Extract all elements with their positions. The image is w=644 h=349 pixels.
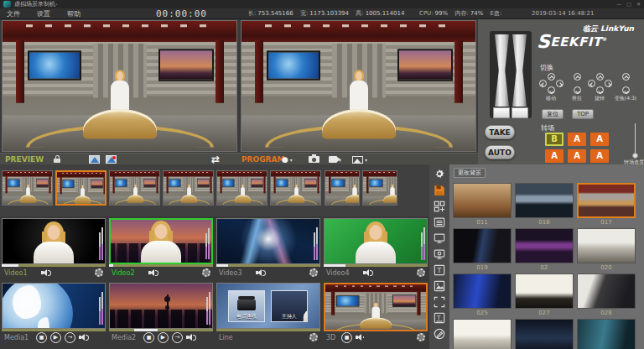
speaker-icon[interactable] xyxy=(41,269,52,277)
menu-file[interactable]: 文件 xyxy=(2,8,25,19)
menu-help[interactable]: 帮助 xyxy=(62,8,86,19)
gear-icon[interactable] xyxy=(309,268,318,277)
reset-button[interactable]: 复位 xyxy=(542,109,564,119)
loop-button[interactable]: → xyxy=(172,332,183,343)
phone-call-tile[interactable]: 电话连线 xyxy=(228,290,265,322)
slider-knob[interactable] xyxy=(632,153,638,159)
stop-button[interactable]: ■ xyxy=(36,332,47,343)
gear-icon[interactable] xyxy=(417,268,425,277)
transition-speed-slider[interactable] xyxy=(632,123,639,159)
source-3d-scene[interactable]: 3D ■ xyxy=(324,283,428,343)
scene-row4-3[interactable] xyxy=(577,319,636,349)
source-video3[interactable]: Video3 xyxy=(216,218,320,279)
rotate-left-button[interactable] xyxy=(588,80,595,87)
source-media2[interactable]: Media2 ■ ▶ → xyxy=(109,283,213,343)
scene-011[interactable]: 011 xyxy=(453,183,512,227)
monitor-light-icon[interactable] xyxy=(434,248,445,260)
stop-button[interactable]: ■ xyxy=(341,332,352,343)
source-video2[interactable]: Video2 xyxy=(109,218,213,279)
gear-icon[interactable] xyxy=(309,333,318,341)
source-video1[interactable]: Video1 xyxy=(2,218,106,279)
camera-capture-icon[interactable] xyxy=(309,154,319,165)
move-left-button[interactable] xyxy=(539,80,547,87)
scene-020[interactable]: 020 xyxy=(577,228,636,273)
transition-button-a5[interactable]: A xyxy=(590,149,609,163)
camera-preset-5[interactable] xyxy=(216,170,267,206)
camera-preset-6[interactable] xyxy=(270,170,321,206)
rotate-up-button[interactable] xyxy=(596,73,604,81)
camera-preset-4[interactable] xyxy=(163,170,214,206)
camera-preset-3[interactable] xyxy=(109,170,160,206)
scene-row4-1[interactable] xyxy=(453,319,512,349)
transition-button-a3[interactable]: A xyxy=(545,149,564,163)
text-tool-icon[interactable]: T xyxy=(434,264,445,276)
scene-027[interactable]: 027 xyxy=(515,273,574,318)
t-bar-handle-left[interactable] xyxy=(493,107,510,118)
zoom-in-button[interactable] xyxy=(622,73,630,81)
move-right-button[interactable] xyxy=(556,80,564,87)
scene-019[interactable]: 019 xyxy=(453,228,512,273)
gear-icon[interactable] xyxy=(202,268,210,277)
transition-button-a2[interactable]: A xyxy=(590,133,609,146)
move-down-button[interactable] xyxy=(548,86,555,94)
add-layout-icon[interactable] xyxy=(434,201,445,212)
source-media1[interactable]: Media1 ■ ▶ → xyxy=(2,283,106,343)
swap-preview-program-icon[interactable]: ⇄ xyxy=(211,154,220,165)
settings-gear-icon[interactable] xyxy=(434,169,445,180)
image-dropdown-icon[interactable]: ▾ xyxy=(365,157,367,163)
source-line[interactable]: 电话连线 主持人 Line xyxy=(216,283,320,343)
take-button[interactable]: TAKE xyxy=(485,125,515,139)
speaker-icon[interactable] xyxy=(363,269,374,277)
host-tile[interactable]: 主持人 xyxy=(271,290,308,322)
scene-025[interactable]: 025 xyxy=(453,273,512,318)
scene-017-selected[interactable]: 017 xyxy=(577,183,636,227)
record-dropdown-icon[interactable]: ▾ xyxy=(290,157,293,163)
record-icon[interactable]: ●▾ xyxy=(282,154,293,165)
scene-row4-2[interactable] xyxy=(515,319,574,349)
rotate-right-button[interactable] xyxy=(605,80,612,87)
scene-028[interactable]: 028 xyxy=(577,273,636,318)
transition-button-b[interactable]: B xyxy=(545,133,564,146)
image-tool-icon[interactable] xyxy=(434,280,445,292)
muted-speaker-icon[interactable] xyxy=(356,334,366,341)
camera-preset-2-selected[interactable] xyxy=(55,170,106,206)
scene-016[interactable]: 016 xyxy=(515,183,574,227)
speaker-icon[interactable] xyxy=(186,334,197,341)
transition-button-a1[interactable]: A xyxy=(568,133,586,146)
subtitle-tool-icon[interactable]: T xyxy=(434,312,445,324)
speaker-icon[interactable] xyxy=(148,269,159,277)
save-floppy-icon[interactable] xyxy=(434,185,445,196)
t-bar-handle-right[interactable] xyxy=(512,107,528,118)
play-button[interactable]: ▶ xyxy=(158,332,169,343)
draw-pen-icon[interactable] xyxy=(434,328,445,340)
t-bar-fader[interactable] xyxy=(490,31,532,118)
video-capture-icon[interactable]: ▾ xyxy=(329,154,341,165)
monitor-icon[interactable] xyxy=(434,232,445,244)
loop-button[interactable]: → xyxy=(65,332,75,343)
scene-02[interactable]: 02 xyxy=(515,228,574,273)
maximize-button[interactable]: □ xyxy=(626,1,631,8)
speaker-icon[interactable] xyxy=(79,334,90,341)
auto-button[interactable]: AUTO xyxy=(485,145,515,159)
image-output-icon[interactable]: ▾ xyxy=(352,154,367,165)
lock-icon[interactable] xyxy=(54,154,60,165)
transition-button-a4[interactable]: A xyxy=(568,149,586,163)
close-button[interactable]: ✕ xyxy=(636,1,641,8)
frame-tool-icon[interactable] xyxy=(434,296,445,308)
minimize-button[interactable]: — xyxy=(616,1,621,8)
camera-preset-1[interactable] xyxy=(2,170,53,206)
rotate-down-button[interactable] xyxy=(596,86,604,94)
play-button[interactable]: ▶ xyxy=(50,332,61,343)
dolly-down-button[interactable] xyxy=(574,86,581,94)
camera-preset-8[interactable] xyxy=(362,170,397,206)
camera-preset-7[interactable] xyxy=(325,170,360,206)
source-video4[interactable]: Video4 xyxy=(324,218,428,279)
snapshot-icon[interactable] xyxy=(89,155,100,164)
stop-button[interactable]: ■ xyxy=(143,332,154,343)
snapshot-alert-icon[interactable] xyxy=(106,155,117,164)
dolly-up-button[interactable] xyxy=(574,73,581,81)
move-up-button[interactable] xyxy=(548,73,555,81)
top-button[interactable]: TOP xyxy=(572,109,594,119)
speaker-icon[interactable] xyxy=(256,269,267,277)
zoom-out-button[interactable] xyxy=(622,86,630,94)
